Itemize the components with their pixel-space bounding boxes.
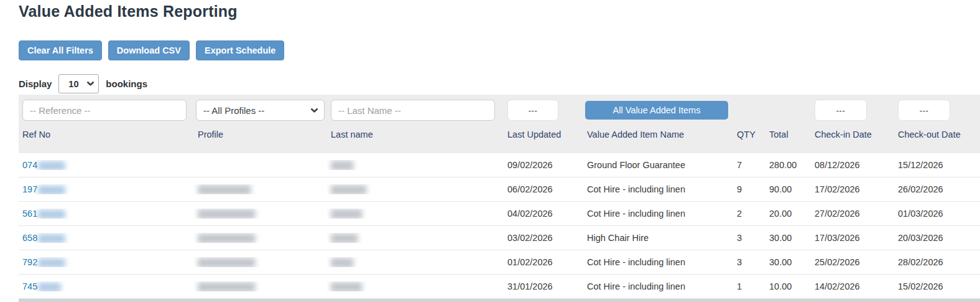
display-count-select[interactable]: 10 [58,74,99,93]
item-name-cell: Cot Hire - including linen [583,184,733,194]
qty-cell: 1 [733,281,765,291]
redacted-profile: █████████████ [198,234,254,243]
total-cell: 20.00 [765,209,811,219]
ref-link[interactable]: 074 [22,160,37,170]
redacted-last-name: ███████ [331,282,361,291]
redacted-ref: ██████ [38,210,64,219]
redacted-profile: █████████████ [198,282,254,291]
check-in-cell: 17/02/2026 [811,184,894,194]
last-updated-cell: 03/02/2026 [504,233,583,243]
redacted-last-name: ███████ [331,209,361,219]
ref-link[interactable]: 658 [22,233,37,243]
redacted-ref: ██████ [38,258,64,267]
display-count-value: 10 [68,79,78,89]
chevron-down-icon [311,108,318,113]
download-csv-button[interactable]: Download CSV [108,40,190,60]
item-name-cell: Ground Floor Guarantee [583,160,733,170]
column-header-check-out: Check-out Date [894,130,980,139]
table-row: 658██████ █████████████ ██████ 03/02/202… [19,226,980,250]
item-name-cell: High Chair Hire [583,233,733,243]
redacted-last-name: ██████ [331,234,357,243]
redacted-ref: ██████ [38,234,64,243]
check-out-cell: 01/03/2026 [894,209,980,219]
filter-row: -- All Profiles -- --- All Value Added I… [19,95,980,121]
ref-link[interactable]: 745 [22,281,37,291]
check-out-filter-button[interactable]: --- [898,100,950,121]
redacted-profile: █████████████ [198,209,254,219]
qty-cell: 3 [733,233,765,243]
total-cell: 30.00 [765,257,811,267]
table-filter-panel: -- All Profiles -- --- All Value Added I… [19,95,980,153]
item-name-cell: Cot Hire - including linen [583,281,733,291]
redacted-last-name: █████ [331,161,353,170]
column-header-ref-no: Ref No [19,130,194,139]
column-header-last-updated: Last Updated [504,130,583,139]
ref-link[interactable]: 197 [22,184,37,194]
display-count-control: Display 10 bookings [19,74,147,93]
total-cell: 280.00 [765,160,811,170]
check-out-cell: 20/03/2026 [894,233,980,243]
column-header-item-name: Value Added Item Name [583,130,733,139]
export-schedule-button[interactable]: Export Schedule [196,40,284,60]
check-in-cell: 25/02/2026 [811,257,894,267]
redacted-ref: ██████ [38,161,64,170]
qty-cell: 3 [733,257,765,267]
page-title: Value Added Items Reporting [19,2,238,21]
table-row: 745█████ █████████████ ███████ 31/01/202… [19,275,980,299]
last-name-input[interactable] [331,100,495,121]
item-name-cell: Cot Hire - including linen [583,257,733,267]
item-name-cell: Cot Hire - including linen [583,209,733,219]
total-cell: 10.00 [765,281,811,291]
last-updated-cell: 31/01/2026 [504,281,583,291]
qty-cell: 7 [733,160,765,170]
table-body: 074██████ █████ 09/02/2026 Ground Floor … [19,153,980,299]
last-updated-cell: 04/02/2026 [504,209,583,219]
check-out-cell: 15/02/2026 [894,281,980,291]
check-in-filter-button[interactable]: --- [815,100,867,121]
qty-cell: 2 [733,209,765,219]
redacted-last-name: ████████ [331,185,366,194]
column-header-profile: Profile [194,130,327,139]
column-header-qty: QTY [733,130,765,139]
check-in-cell: 27/02/2026 [811,209,894,219]
table-row: 074██████ █████ 09/02/2026 Ground Floor … [19,153,980,177]
toolbar: Clear All Filters Download CSV Export Sc… [19,40,284,60]
last-updated-filter-button[interactable]: --- [507,100,558,121]
redacted-ref: █████ [38,283,60,291]
total-cell: 30.00 [765,233,811,243]
check-out-cell: 28/02/2026 [894,257,980,267]
column-header-total: Total [765,130,811,139]
chevron-down-icon [87,82,94,86]
check-in-cell: 08/12/2026 [811,160,894,170]
column-header-check-in: Check-in Date [811,130,894,139]
table-row: 792██████ █████████████ █████ 01/02/2026… [19,250,980,275]
check-in-cell: 17/03/2026 [811,233,894,243]
table-row: 561██████ █████████████ ███████ 04/02/20… [19,202,980,226]
check-out-cell: 26/02/2026 [894,184,980,194]
value-added-items-filter-button[interactable]: All Value Added Items [585,101,728,120]
table-header-row: Ref No Profile Last name Last Updated Va… [19,130,980,139]
table-row: 197██████ ████████████ ████████ 06/02/20… [19,177,980,202]
bookings-label: bookings [106,78,147,89]
ref-link[interactable]: 561 [22,209,37,219]
last-updated-cell: 06/02/2026 [504,184,583,194]
check-in-cell: 14/02/2026 [811,281,894,291]
qty-cell: 9 [733,184,765,194]
redacted-profile: █████████████ [198,258,254,267]
display-label: Display [19,78,52,89]
check-out-cell: 15/12/2026 [894,160,980,170]
column-header-last-name: Last name [327,130,504,139]
redacted-ref: ██████ [38,186,64,194]
profiles-select[interactable]: -- All Profiles -- [196,100,325,121]
ref-link[interactable]: 792 [22,257,37,267]
reference-input[interactable] [22,100,187,121]
last-updated-cell: 01/02/2026 [504,257,583,267]
table-footer-edge [19,299,980,302]
clear-all-filters-button[interactable]: Clear All Filters [19,40,102,60]
last-updated-cell: 09/02/2026 [504,160,583,170]
total-cell: 90.00 [765,184,811,194]
redacted-profile: ████████████ [198,185,250,194]
profiles-select-value: -- All Profiles -- [203,105,264,116]
redacted-last-name: █████ [331,258,353,267]
